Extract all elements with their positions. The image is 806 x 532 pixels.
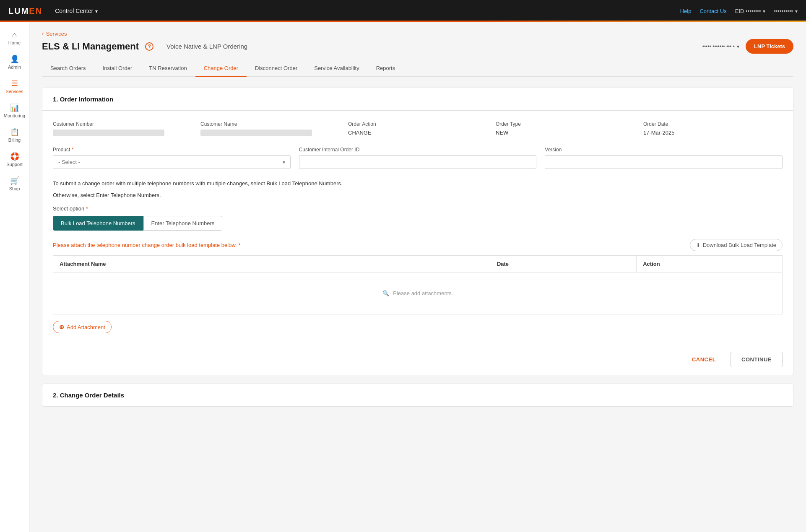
download-template-button[interactable]: ⬇ Download Bulk Load Template — [690, 239, 783, 251]
attach-header: Please attach the telephone number chang… — [53, 239, 783, 251]
top-navigation: LUMEN Control Center Help Contact Us EID… — [0, 0, 806, 22]
sidebar-label-admin: Admin — [8, 65, 21, 70]
sidebar-label-home: Home — [8, 40, 21, 45]
section1-header: 1. Order Information — [42, 88, 793, 111]
main-content: ‹ Services ELS & LI Management ? Voice N… — [29, 22, 806, 532]
customer-internal-order-id-field: Customer Internal Order ID — [299, 147, 537, 169]
account-dropdown[interactable]: ••••• ••••••• ••• • — [702, 44, 739, 49]
tab-change-order[interactable]: Change Order — [195, 60, 247, 77]
breadcrumb-sep: ‹ — [42, 30, 44, 37]
version-input[interactable] — [545, 155, 783, 169]
order-info-row2: Product - Select - Customer Internal Ord… — [53, 147, 783, 169]
tabs-navigation: Search Orders Install Order TN Reservati… — [42, 60, 793, 77]
attachment-table-body: 🔍 Please add attachments. — [53, 272, 783, 314]
product-label: Product — [53, 147, 291, 153]
control-center-chevron — [95, 8, 98, 14]
shop-icon: 🛒 — [10, 177, 19, 184]
sidebar-item-shop[interactable]: 🛒 Shop — [0, 172, 29, 196]
search-empty-icon: 🔍 — [382, 290, 389, 296]
sidebar-item-admin[interactable]: 👤 Admin — [0, 50, 29, 75]
product-dropdown-icon — [283, 159, 285, 165]
account-chevron-icon — [737, 44, 739, 49]
eid-info[interactable]: EID •••••••• — [735, 8, 766, 14]
tab-install-order[interactable]: Install Order — [94, 60, 141, 77]
order-type-label: Order Type — [496, 121, 635, 127]
customer-number-value — [53, 130, 164, 136]
sidebar-label-monitoring: Monitoring — [4, 113, 25, 118]
sidebar-item-home[interactable]: ⌂ Home — [0, 26, 29, 50]
support-icon: 🛟 — [10, 153, 19, 160]
add-attachment-button[interactable]: ⊕ Add Attachment — [53, 321, 112, 333]
empty-state-row: 🔍 Please add attachments. — [53, 272, 783, 314]
user-dropdown[interactable]: •••••••••• — [774, 8, 798, 14]
col-attachment-name: Attachment Name — [53, 256, 491, 272]
order-date-label: Order Date — [643, 121, 783, 127]
section1-body: Customer Number Customer Name Order Acti… — [42, 111, 793, 344]
customer-internal-order-id-label: Customer Internal Order ID — [299, 147, 537, 153]
sidebar-item-billing[interactable]: 📋 Billing — [0, 123, 29, 148]
order-action-value: CHANGE — [348, 130, 487, 136]
page-header: ELS & LI Management ? Voice Native & LNP… — [42, 39, 793, 54]
contact-us-link[interactable]: Contact Us — [699, 8, 726, 14]
select-option-label: Select option * — [53, 205, 783, 212]
continue-button[interactable]: CONTINUE — [731, 352, 783, 367]
customer-name-value — [200, 130, 312, 136]
user-chevron — [795, 8, 798, 14]
option-buttons: Bulk Load Telephone Numbers Enter Teleph… — [53, 216, 783, 231]
bulk-load-option-button[interactable]: Bulk Load Telephone Numbers — [53, 216, 143, 231]
order-type-value: NEW — [496, 130, 635, 136]
help-circle-icon[interactable]: ? — [145, 42, 153, 51]
product-field: Product - Select - — [53, 147, 291, 169]
order-info-row1: Customer Number Customer Name Order Acti… — [53, 121, 783, 136]
version-label: Version — [545, 147, 783, 153]
tab-disconnect-order[interactable]: Disconnect Order — [247, 60, 306, 77]
lnp-tickets-button[interactable]: LNP Tickets — [746, 39, 793, 54]
order-date-value: 17-Mar-2025 — [643, 130, 783, 136]
sidebar-item-services[interactable]: ☰ Services — [0, 75, 29, 99]
section1-card: 1. Order Information Customer Number Cus… — [42, 88, 793, 375]
order-type-field: Order Type NEW — [496, 121, 635, 136]
customer-name-label: Customer Name — [200, 121, 340, 127]
control-center-menu[interactable]: Control Center — [55, 8, 98, 14]
version-field: Version — [545, 147, 783, 169]
top-nav-right: Help Contact Us EID •••••••• •••••••••• — [680, 8, 798, 14]
sidebar-label-services: Services — [5, 89, 23, 94]
sidebar-label-shop: Shop — [9, 186, 20, 191]
sidebar-item-monitoring[interactable]: 📊 Monitoring — [0, 99, 29, 123]
sidebar: ⌂ Home 👤 Admin ☰ Services 📊 Monitoring 📋… — [0, 22, 29, 532]
services-icon: ☰ — [11, 80, 18, 87]
tab-service-availability[interactable]: Service Availability — [306, 60, 367, 77]
sidebar-label-billing: Billing — [8, 138, 21, 143]
admin-icon: 👤 — [10, 55, 19, 63]
attachment-table-header-row: Attachment Name Date Action — [53, 256, 783, 272]
lumen-logo: LUMEN — [8, 6, 42, 16]
app-layout: ⌂ Home 👤 Admin ☰ Services 📊 Monitoring 📋… — [0, 22, 806, 532]
enter-telephone-option-button[interactable]: Enter Telephone Numbers — [143, 216, 223, 231]
product-select-value: - Select - — [58, 159, 80, 165]
empty-state: 🔍 Please add attachments. — [60, 278, 776, 309]
order-action-field: Order Action CHANGE — [348, 121, 487, 136]
cancel-button[interactable]: CANCEL — [684, 352, 724, 367]
tab-tn-reservation[interactable]: TN Reservation — [140, 60, 195, 77]
col-date: Date — [491, 256, 637, 272]
order-action-label: Order Action — [348, 121, 487, 127]
info-text-bulk: To submit a change order with multiple t… — [53, 179, 783, 188]
sidebar-item-support[interactable]: 🛟 Support — [0, 148, 29, 172]
info-text-enter: Otherwise, select Enter Telephone Number… — [53, 191, 783, 200]
tab-search-orders[interactable]: Search Orders — [42, 60, 94, 77]
customer-internal-order-id-input[interactable] — [299, 155, 537, 169]
page-subtitle: Voice Native & LNP Ordering — [160, 43, 247, 50]
customer-number-label: Customer Number — [53, 121, 192, 127]
tab-reports[interactable]: Reports — [368, 60, 404, 77]
section2-card: 2. Change Order Details — [42, 384, 793, 407]
breadcrumb: ‹ Services — [42, 30, 793, 37]
eid-chevron — [763, 8, 765, 14]
section-footer: CANCEL CONTINUE — [42, 344, 793, 375]
add-attachment-label: Add Attachment — [67, 324, 105, 330]
add-icon: ⊕ — [59, 324, 64, 330]
breadcrumb-services-link[interactable]: Services — [46, 31, 67, 37]
help-link[interactable]: Help — [680, 8, 692, 14]
product-select[interactable]: - Select - — [53, 155, 291, 169]
customer-number-field: Customer Number — [53, 121, 192, 136]
billing-icon: 📋 — [10, 128, 19, 136]
